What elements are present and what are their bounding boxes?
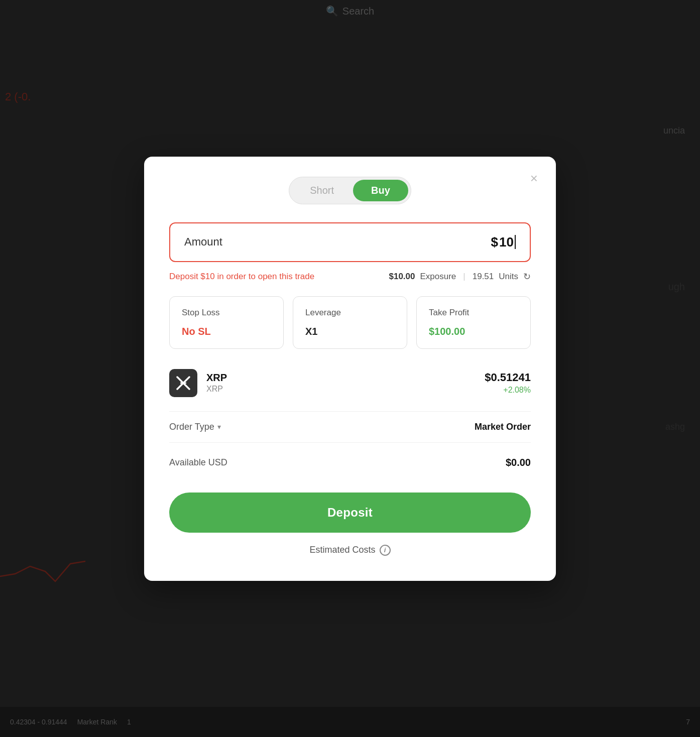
exposure-amount: $10.00 <box>389 272 415 282</box>
available-value: $0.00 <box>506 457 531 468</box>
available-row: Available USD $0.00 <box>169 457 531 468</box>
stop-loss-value: No SL <box>182 326 271 337</box>
short-option[interactable]: Short <box>292 180 352 201</box>
amount-label: Amount <box>184 235 222 249</box>
asset-price-block: $0.51241 +2.08% <box>485 371 531 395</box>
take-profit-title: Take Profit <box>429 308 518 318</box>
text-cursor <box>515 235 516 249</box>
order-type-row[interactable]: Order Type ▾ Market Order <box>169 411 531 443</box>
buy-option[interactable]: Buy <box>353 180 408 201</box>
asset-names: XRP XRP <box>206 372 227 394</box>
exposure-label: Exposure <box>420 272 456 282</box>
asset-icon <box>169 369 197 397</box>
amount-number: 10 <box>499 234 514 250</box>
leverage-value: X1 <box>305 326 395 337</box>
asset-info: XRP XRP <box>169 369 227 397</box>
amount-field[interactable]: Amount $ 10 <box>169 222 531 262</box>
currency-symbol: $ <box>491 234 498 250</box>
estimated-costs-label: Estimated Costs <box>309 545 375 555</box>
asset-row: XRP XRP $0.51241 +2.08% <box>169 369 531 397</box>
stop-loss-title: Stop Loss <box>182 308 271 318</box>
separator: | <box>463 272 465 282</box>
deposit-button[interactable]: Deposit <box>169 493 531 533</box>
available-label: Available USD <box>169 457 227 468</box>
close-button[interactable]: × <box>530 172 538 185</box>
order-type-label: Order Type ▾ <box>169 422 221 432</box>
asset-price: $0.51241 <box>485 371 531 384</box>
stop-loss-card[interactable]: Stop Loss No SL <box>169 296 284 349</box>
short-buy-toggle[interactable]: Short Buy <box>289 177 411 204</box>
xrp-logo-icon <box>176 376 191 391</box>
leverage-title: Leverage <box>305 308 395 318</box>
exposure-info: $10.00 Exposure | 19.51 Units ↻ <box>389 271 531 282</box>
units-label: Units <box>499 272 518 282</box>
chevron-down-icon: ▾ <box>217 423 221 431</box>
asset-name-sub: XRP <box>206 385 227 394</box>
take-profit-value: $100.00 <box>429 326 518 337</box>
refresh-icon[interactable]: ↻ <box>523 271 531 282</box>
info-icon[interactable]: i <box>380 545 391 556</box>
amount-value: $ 10 <box>491 234 516 250</box>
leverage-card[interactable]: Leverage X1 <box>293 296 407 349</box>
cards-row: Stop Loss No SL Leverage X1 Take Profit … <box>169 296 531 349</box>
units-value: 19.51 <box>473 272 494 282</box>
estimated-costs-row[interactable]: Estimated Costs i <box>169 545 531 556</box>
take-profit-card[interactable]: Take Profit $100.00 <box>416 296 531 349</box>
deposit-hint-row: Deposit $10 in order to open this trade … <box>169 271 531 282</box>
asset-name-main: XRP <box>206 372 227 384</box>
order-type-value: Market Order <box>475 422 531 432</box>
toggle-container: Short Buy <box>169 177 531 204</box>
trade-modal: × Short Buy Amount $ 10 Deposit $10 in o… <box>144 157 556 581</box>
asset-change: +2.08% <box>485 386 531 395</box>
deposit-hint-text: Deposit $10 in order to open this trade <box>169 272 314 282</box>
